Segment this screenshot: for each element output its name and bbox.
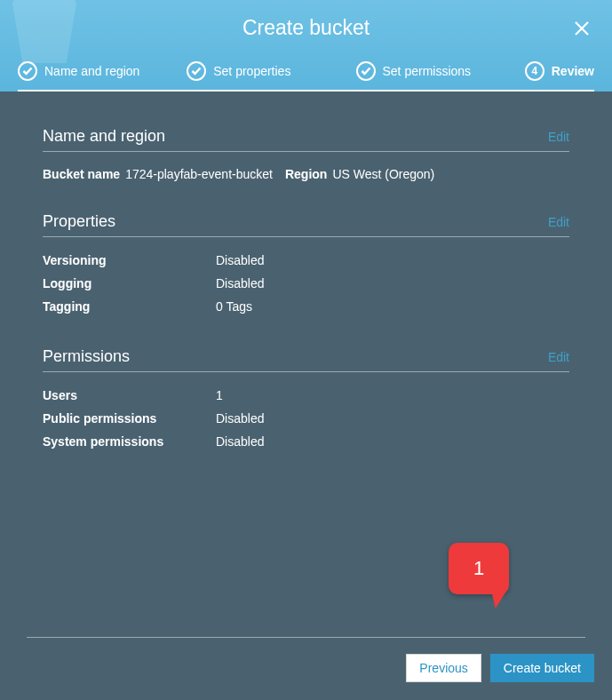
permission-row: Public permissions Disabled [43, 408, 569, 431]
section-header: Properties Edit [43, 212, 569, 237]
property-row: Versioning Disabled [43, 250, 569, 273]
property-row: Logging Disabled [43, 273, 569, 296]
permission-key: Users [43, 385, 216, 408]
step-number-icon: 4 [525, 61, 544, 81]
section-name-and-region: Name and region Edit Bucket name1724-pla… [43, 127, 569, 184]
permission-key: Public permissions [43, 408, 216, 431]
step-set-properties[interactable]: Set properties [187, 61, 355, 81]
edit-link-name-region[interactable]: Edit [548, 130, 569, 144]
permission-key: System permissions [43, 431, 216, 454]
close-icon [573, 20, 591, 37]
step-review[interactable]: 4 Review [525, 61, 594, 81]
section-title: Properties [43, 212, 115, 231]
property-key: Logging [43, 273, 216, 296]
check-icon [356, 61, 376, 81]
footer-divider [27, 637, 585, 638]
step-label: Review [552, 64, 594, 78]
permission-value: Disabled [216, 431, 264, 454]
property-value: 0 Tags [216, 296, 252, 319]
property-key: Versioning [43, 250, 216, 273]
annotation-number: 1 [473, 557, 484, 580]
property-row: Tagging 0 Tags [43, 296, 569, 319]
permission-row: Users 1 [43, 385, 569, 408]
section-title: Name and region [43, 127, 165, 146]
section-permissions: Permissions Edit Users 1 Public permissi… [43, 347, 569, 454]
step-label: Set permissions [383, 64, 472, 78]
bucket-decor-icon [0, 0, 107, 71]
permission-value: 1 [216, 385, 223, 408]
property-key: Tagging [43, 296, 216, 319]
edit-link-properties[interactable]: Edit [548, 215, 569, 229]
create-bucket-modal: Create bucket Name and region Set proper… [0, 0, 612, 700]
bucket-name-value: 1724-playfab-event-bucket [125, 167, 273, 181]
permission-row: System permissions Disabled [43, 431, 569, 454]
region-label: Region [285, 167, 327, 181]
step-label: Set properties [213, 64, 290, 78]
region-value: US West (Oregon) [332, 167, 434, 181]
annotation-callout: 1 [449, 543, 509, 594]
check-icon [187, 61, 206, 81]
name-region-summary: Bucket name1724-playfab-event-bucketRegi… [43, 164, 569, 184]
close-button[interactable] [571, 18, 592, 39]
section-header: Permissions Edit [43, 347, 569, 372]
bucket-name-label: Bucket name [43, 167, 120, 181]
property-value: Disabled [216, 250, 264, 273]
permission-value: Disabled [216, 408, 264, 431]
property-value: Disabled [216, 273, 264, 296]
previous-button[interactable]: Previous [406, 654, 481, 682]
section-header: Name and region Edit [43, 127, 569, 152]
section-title: Permissions [43, 347, 130, 366]
modal-header: Create bucket Name and region Set proper… [0, 0, 612, 91]
create-bucket-button[interactable]: Create bucket [490, 654, 594, 682]
edit-link-permissions[interactable]: Edit [548, 350, 569, 364]
modal-footer: Previous Create bucket [0, 654, 612, 700]
modal-body: Name and region Edit Bucket name1724-pla… [0, 91, 612, 637]
step-set-permissions[interactable]: Set permissions [356, 61, 525, 81]
section-properties: Properties Edit Versioning Disabled Logg… [43, 212, 569, 319]
